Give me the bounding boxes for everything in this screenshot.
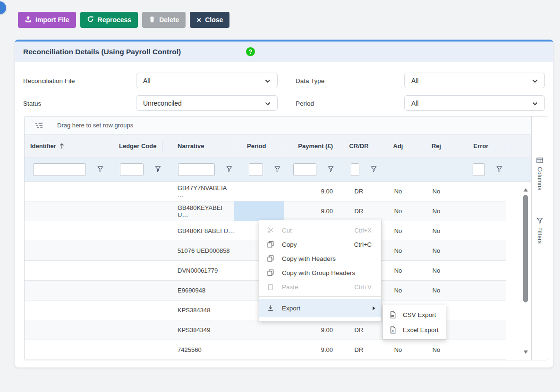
menu-item-copy-with-headers[interactable]: Copy with Headers <box>259 251 381 266</box>
cell-ledger-code[interactable] <box>114 201 162 221</box>
selected-cell-period[interactable] <box>234 201 284 221</box>
cell-narrative[interactable]: E9690948 <box>162 281 234 300</box>
tab-columns[interactable]: Columns <box>536 157 543 190</box>
payment-filter-input[interactable] <box>293 163 316 176</box>
crdr-filter-input[interactable] <box>351 163 359 176</box>
funnel-icon[interactable] <box>274 166 280 174</box>
cell-error[interactable] <box>456 241 506 260</box>
cell-error[interactable] <box>456 201 506 221</box>
cell-payment[interactable]: 9.00 <box>284 320 339 340</box>
cell-narrative[interactable]: 7425560 <box>162 340 234 359</box>
cell-adj[interactable]: No <box>379 261 417 280</box>
close-button[interactable]: × Close <box>190 12 229 28</box>
tab-filters[interactable]: Filters <box>536 217 543 244</box>
scrollbar-thumb[interactable] <box>523 195 528 302</box>
identifier-filter-input[interactable] <box>33 163 86 176</box>
column-header-rej[interactable]: Rej <box>417 134 456 158</box>
cell-crdr[interactable]: DR <box>339 340 379 359</box>
column-header-ledger-code[interactable]: Ledger Code <box>114 134 162 158</box>
cell-error[interactable] <box>456 340 506 359</box>
edge-widget-badge[interactable] <box>0 1 6 14</box>
cell-ledger-code[interactable] <box>114 241 162 260</box>
column-header-identifier[interactable]: Identifier <box>25 134 114 158</box>
cell-rej[interactable]: No <box>417 241 456 260</box>
cell-ledger-code[interactable] <box>114 221 162 241</box>
status-select[interactable]: Unreconciled <box>136 95 278 111</box>
cell-identifier[interactable] <box>25 221 114 241</box>
funnel-icon[interactable] <box>328 166 334 174</box>
reconciliation-file-select[interactable]: All <box>136 73 278 88</box>
cell-ledger-code[interactable] <box>114 300 162 320</box>
funnel-icon[interactable] <box>226 166 232 174</box>
cell-rej[interactable]: No <box>417 201 456 221</box>
cell-narrative[interactable]: GB480KF8ABEI U… <box>162 221 234 241</box>
column-header-period[interactable]: Period <box>234 134 284 158</box>
cell-error[interactable] <box>456 281 506 300</box>
funnel-icon[interactable] <box>155 166 161 174</box>
menu-item-csv-export[interactable]: csv CSV Export <box>383 307 446 322</box>
cell-ledger-code[interactable] <box>114 182 162 201</box>
cell-identifier[interactable] <box>25 281 114 300</box>
cell-identifier[interactable] <box>25 241 114 260</box>
menu-item-export[interactable]: Export <box>259 299 381 317</box>
cell-adj[interactable]: No <box>379 241 417 260</box>
period-select[interactable]: All <box>404 95 545 111</box>
cell-period[interactable] <box>234 182 284 201</box>
import-file-button[interactable]: Import File <box>18 12 76 28</box>
cell-ledger-code[interactable] <box>114 320 162 340</box>
cell-period[interactable] <box>234 320 284 340</box>
cell-narrative[interactable]: GB480KEYABEI U… <box>162 201 234 221</box>
cell-rej[interactable]: No <box>417 261 456 280</box>
column-header-adj[interactable]: Adj <box>379 134 417 158</box>
cell-narrative[interactable]: GB47Y7NVABEIA … <box>162 182 234 201</box>
column-header-narrative[interactable]: Narrative <box>162 134 234 158</box>
cell-rej[interactable]: No <box>417 281 456 300</box>
cell-identifier[interactable] <box>25 300 114 320</box>
column-header-payment[interactable]: Payment (£) <box>284 134 339 158</box>
cell-crdr[interactable]: DR <box>339 320 379 340</box>
column-header-error[interactable]: Error <box>456 134 506 158</box>
funnel-icon[interactable] <box>496 166 502 174</box>
delete-button[interactable]: Delete <box>142 12 186 28</box>
cell-identifier[interactable] <box>25 261 114 280</box>
cell-payment[interactable]: 9.00 <box>284 340 339 359</box>
scroll-down-icon[interactable] <box>523 348 528 356</box>
cell-identifier[interactable] <box>25 320 114 340</box>
cell-adj[interactable]: No <box>379 201 417 221</box>
menu-item-copy[interactable]: Copy Ctrl+C <box>259 237 381 251</box>
cell-rej[interactable]: No <box>417 221 456 241</box>
cell-identifier[interactable] <box>25 201 114 221</box>
cell-adj[interactable]: No <box>379 281 417 300</box>
cell-error[interactable] <box>456 300 506 320</box>
error-filter-input[interactable] <box>473 163 485 176</box>
menu-item-excel-export[interactable]: x Excel Export <box>383 322 446 337</box>
cell-rej[interactable]: No <box>417 182 456 201</box>
column-header-crdr[interactable]: CR/DR <box>339 134 379 158</box>
cell-narrative[interactable]: KPS384349 <box>162 320 234 340</box>
cell-narrative[interactable]: KPS384348 <box>162 300 234 320</box>
cell-payment[interactable]: 9.00 <box>284 182 339 201</box>
data-type-select[interactable]: All <box>404 73 545 88</box>
cell-identifier[interactable] <box>25 182 114 201</box>
funnel-icon[interactable] <box>371 166 377 174</box>
help-icon[interactable]: ? <box>246 47 255 56</box>
cell-rej[interactable]: No <box>417 340 456 359</box>
cell-period[interactable] <box>234 340 284 359</box>
scroll-up-icon[interactable] <box>523 185 528 194</box>
narrative-filter-input[interactable] <box>178 163 215 176</box>
period-filter-input[interactable] <box>249 163 263 176</box>
cell-payment[interactable]: 9.00 <box>284 201 339 221</box>
cell-identifier[interactable] <box>25 340 114 359</box>
ledger-code-filter-input[interactable] <box>120 163 144 176</box>
cell-error[interactable] <box>456 320 506 340</box>
cell-ledger-code[interactable] <box>114 340 162 359</box>
row-group-drop-zone[interactable]: Drag here to set row groups <box>25 117 531 134</box>
cell-crdr[interactable]: DR <box>339 201 379 221</box>
cell-ledger-code[interactable] <box>114 281 162 300</box>
cell-crdr[interactable]: DR <box>339 182 379 201</box>
cell-adj[interactable]: No <box>379 340 417 359</box>
cell-ledger-code[interactable] <box>114 261 162 280</box>
cell-error[interactable] <box>456 182 506 201</box>
cell-narrative[interactable]: DVN00061779 <box>162 261 234 280</box>
funnel-icon[interactable] <box>97 166 103 174</box>
